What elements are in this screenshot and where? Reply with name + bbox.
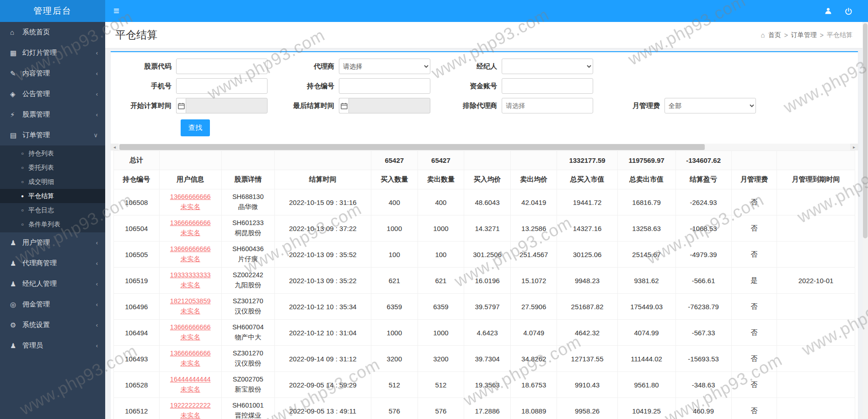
end-time-input[interactable] [348, 98, 430, 113]
sidebar-item-admins[interactable]: ♟管理员‹ [0, 335, 105, 356]
user-phone-link[interactable]: 13666666666 [161, 244, 220, 254]
sidebar-subitem-label: 委托列表 [28, 164, 54, 172]
monthly-fee-cell: 是 [731, 268, 777, 294]
fee-due-cell: 2022-10-01 [777, 268, 855, 294]
search-button[interactable]: 查找 [181, 119, 210, 136]
sidebar-item-home[interactable]: ⌂系统首页 [0, 22, 105, 43]
user-verify-link[interactable]: 未实名 [161, 202, 220, 212]
vertical-scrollbar[interactable] [863, 22, 868, 419]
sidebar-item-orders[interactable]: ▤订单管理∨ [0, 125, 105, 145]
start-time-input[interactable] [186, 98, 268, 113]
sidebar-subitem-entrust-list[interactable]: ○委托列表 [0, 161, 105, 175]
scroll-track[interactable] [118, 144, 850, 150]
app-brand: 管理后台 [0, 0, 105, 22]
stock-code: SH600436 [224, 244, 273, 254]
user-verify-link[interactable]: 未实名 [161, 411, 220, 419]
calendar-icon[interactable] [339, 98, 348, 113]
end-time-group [339, 98, 430, 113]
user-verify-link[interactable]: 未实名 [161, 385, 220, 395]
sidebar-subitem-position-list[interactable]: ○持仓列表 [0, 146, 105, 161]
user-verify-link[interactable]: 未实名 [161, 254, 220, 264]
fund-account-input[interactable] [502, 78, 593, 94]
user-verify-link[interactable]: 未实名 [161, 333, 220, 343]
sidebar-subitem-condition-list[interactable]: ○条件单列表 [0, 217, 105, 231]
user-phone-link[interactable]: 19222222222 [161, 401, 220, 411]
home-icon: ⌂ [761, 31, 765, 39]
user-phone-link[interactable]: 16444444444 [161, 375, 220, 385]
user-icon[interactable] [825, 7, 832, 15]
phone-label: 手机号 [118, 82, 176, 91]
menu-toggle-icon[interactable]: ≡ [105, 0, 128, 22]
position-no-input[interactable] [339, 78, 430, 94]
user-phone-link[interactable]: 13666666666 [161, 322, 220, 333]
monthly-fee-cell: 否 [731, 398, 777, 419]
stock-code: SH688130 [224, 192, 273, 202]
sidebar-item-settings[interactable]: ⚙系统设置‹ [0, 315, 105, 335]
sidebar-item-slides[interactable]: ▦幻灯片管理‹ [0, 43, 105, 63]
monthly-fee-cell: 否 [731, 189, 777, 215]
buy-avg-cell: 19.3563 [464, 372, 511, 398]
sidebar-item-agents[interactable]: ♟代理商管理‹ [0, 253, 105, 274]
user-verify-link[interactable]: 未实名 [161, 306, 220, 317]
exclude-agent-label: 排除代理商 [443, 102, 502, 110]
fee-due-cell [777, 189, 855, 215]
exclude-agent-input[interactable] [502, 98, 593, 113]
breadcrumb-home-link[interactable]: 首页 [768, 31, 781, 39]
sidebar-item-content[interactable]: ✎内容管理‹ [0, 63, 105, 84]
sidebar-subitem-close-log[interactable]: ○平仓日志 [0, 203, 105, 217]
scroll-thumb[interactable] [119, 144, 705, 150]
sell-value-cell: 111444.02 [617, 346, 675, 372]
sell-value-cell: 10419.25 [617, 398, 675, 419]
settle-time-cell: 2022-10-12 10 : 35:34 [274, 294, 371, 320]
summary-cell [777, 151, 855, 170]
user-icon: ♟ [10, 239, 22, 247]
table-row: 10649618212053859未实名SZ301270汉仪股份2022-10-… [114, 294, 855, 320]
settle-time-cell: 2022-10-13 09 : 37:22 [274, 215, 371, 242]
edit-icon: ✎ [10, 70, 22, 78]
user-phone-link[interactable]: 13666666666 [161, 349, 220, 359]
sidebar-subitem-deal-detail[interactable]: ○成交明细 [0, 175, 105, 189]
sidebar-subitem-close-settle[interactable]: ●平仓结算 [0, 189, 105, 203]
sidebar-item-notice[interactable]: ◈公告管理‹ [0, 84, 105, 104]
position-id-cell: 106496 [114, 294, 160, 320]
stock-name: 新宝股份 [224, 385, 273, 395]
sidebar-subitem-label: 平仓日志 [28, 206, 54, 215]
buy-value-cell: 14327.16 [557, 215, 617, 242]
agent-select[interactable]: 请选择 [339, 59, 430, 74]
breadcrumb-section-link[interactable]: 订单管理 [791, 31, 817, 39]
sidebar-item-brokers[interactable]: ♟经纪人管理‹ [0, 274, 105, 294]
broker-select[interactable] [502, 59, 593, 74]
sidebar-item-stock[interactable]: ⚡股票管理‹ [0, 104, 105, 125]
stock-code-input[interactable] [176, 59, 268, 74]
user-phone-link[interactable]: 18212053859 [161, 296, 220, 306]
chevron-left-icon: ‹ [96, 111, 98, 118]
sell-qty-cell: 1000 [418, 320, 464, 346]
page-header: 平仓结算 ⌂ 首页 > 订单管理 > 平仓结算 [105, 22, 863, 48]
scroll-left-arrow-icon[interactable]: ◂ [111, 144, 118, 150]
column-header: 股票详情 [221, 170, 274, 189]
settle-time-cell: 2022-10-12 10 : 31:04 [274, 320, 371, 346]
radio-icon: ○ [21, 222, 24, 227]
power-icon[interactable] [845, 7, 852, 15]
horizontal-scrollbar[interactable]: ◂ ▸ [111, 144, 858, 150]
chevron-left-icon: ‹ [96, 322, 98, 328]
buy-value-cell: 9948.23 [557, 268, 617, 294]
phone-input[interactable] [176, 78, 268, 94]
pnl-cell: -15693.53 [675, 346, 731, 372]
monthly-fee-select[interactable]: 全部 [664, 98, 756, 113]
user-phone-link[interactable]: 13666666666 [161, 192, 220, 202]
sidebar-item-commission[interactable]: ◎佣金管理‹ [0, 294, 105, 315]
user-phone-link[interactable]: 19333333333 [161, 270, 220, 280]
scroll-right-arrow-icon[interactable]: ▸ [850, 144, 858, 150]
user-verify-link[interactable]: 未实名 [161, 280, 220, 290]
settle-time-cell: 2022-10-13 09 : 35:22 [274, 268, 371, 294]
sidebar-menu: ⌂系统首页▦幻灯片管理‹✎内容管理‹◈公告管理‹⚡股票管理‹▤订单管理∨○持仓列… [0, 22, 105, 356]
user-verify-link[interactable]: 未实名 [161, 359, 220, 369]
calendar-icon[interactable] [176, 98, 186, 113]
sidebar-item-users[interactable]: ♟用户管理‹ [0, 232, 105, 253]
vertical-scroll-thumb[interactable] [863, 23, 868, 238]
user-verify-link[interactable]: 未实名 [161, 228, 220, 238]
table-row: 10650813666666666未实名SH688130晶华微2022-10-1… [114, 189, 855, 215]
breadcrumb-separator: > [820, 32, 824, 39]
user-phone-link[interactable]: 13666666666 [161, 218, 220, 228]
